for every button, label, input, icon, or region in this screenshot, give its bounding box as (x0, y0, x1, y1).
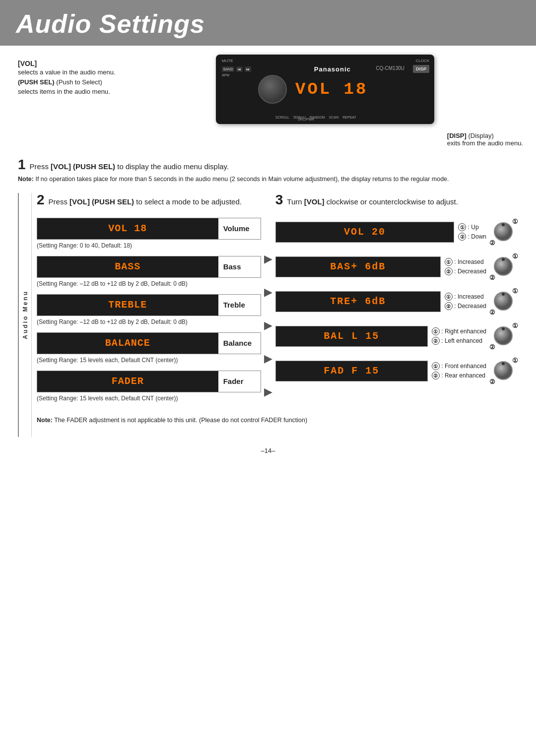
disp-desc: exits from the audio menu. (447, 139, 523, 147)
step2-text: Press [VOL] (PUSH SEL) to select a mode … (49, 196, 242, 207)
step2-bold: [VOL] (PUSH SEL) (69, 197, 134, 206)
balance-knob-diagram: ① (489, 322, 518, 351)
balance-knob-svg (493, 326, 513, 346)
result-fader-display: FAD F 15 (275, 361, 428, 381)
device-brand: Panasonic (314, 65, 351, 73)
result-bass-display: BAS+ 6dB (275, 256, 441, 277)
push-sel-desc: (Push to Select) (56, 78, 102, 86)
fader-desc: (Setting Range: 15 levels each, Default … (37, 394, 261, 403)
result-volume: VOL 20 ① : Up ② : Down ① (275, 218, 518, 247)
treble-desc: (Setting Range: –12 dB to +12 dB by 2 dB… (37, 317, 261, 326)
steps-2-3-inner: 2 Press [VOL] (PUSH SEL) to select a mod… (37, 193, 518, 437)
device-knob (258, 75, 287, 104)
result-bass-knob: ① : Increased ② : Decreased ① (445, 252, 518, 281)
svg-point-1 (502, 223, 505, 226)
arrow-5: ▶ (264, 385, 272, 398)
result-treble-knob: ① : Increased ② : Decreased ① (445, 287, 518, 316)
page-header: Audio Settings (0, 0, 536, 46)
bass-label: Bass (218, 262, 261, 271)
vol-desc1: selects a value in the audio menu. (18, 67, 132, 77)
vol-note2-text: : Down (468, 233, 486, 240)
volume-label: Volume (218, 224, 261, 233)
menu-entries: VOL 18 Volume (Setting Range: 0 to 40, D… (37, 218, 518, 409)
result-fader-notes: ① : Front enhanced ② : Rear enhanced (432, 362, 486, 380)
device-display: VOL 18 (295, 80, 368, 99)
svg-point-3 (502, 258, 505, 261)
step2-post: to select a mode to be adjusted. (134, 197, 242, 206)
step2-step3-wrapper: 2 Press [VOL] (PUSH SEL) to select a mod… (37, 193, 518, 218)
step1-bold: [VOL] (PUSH SEL) (51, 162, 115, 171)
vol-desc2: selects items in the audio menu. (18, 87, 132, 97)
arrow-dividers: ▶ ▶ ▶ ▶ ▶ (261, 218, 275, 409)
step3-post: clockwise or counterclockwise to adjust. (325, 197, 458, 206)
balance-note2: : Left enhanced (441, 337, 482, 344)
balance-display: BALANCE (37, 333, 218, 354)
volume-desc: (Setting Range: 0 to 40, Default: 18) (37, 241, 261, 250)
bass-knob-diagram: ① (489, 252, 518, 281)
result-treble: TRE+ 6dB ① : Increased ② : Decreased ① (275, 287, 518, 316)
push-sel-label: (PUSH SEL) (18, 78, 55, 86)
vol-note2-num: ② (458, 233, 466, 241)
result-vol-knob: ① : Up ② : Down ① (458, 218, 518, 247)
step1-section: 1 Press [VOL] (PUSH SEL) to display the … (18, 158, 518, 184)
step3-bold: [VOL] (304, 197, 325, 206)
balance-label: Balance (218, 339, 261, 347)
result-fader: FAD F 15 ① : Front enhanced ② : Rear enh… (275, 357, 518, 385)
steps-2-3-container: Audio Menu 2 Press [VOL] (PUSH SEL) to s… (18, 193, 518, 437)
menu-item-fader: FADER Fader (Setting Range: 15 levels ea… (37, 371, 261, 403)
left-menu-items: VOL 18 Volume (Setting Range: 0 to 40, D… (37, 218, 261, 409)
fader-label: Fader (218, 377, 261, 385)
step3-area: 3 Turn [VOL] clockwise or counterclockwi… (275, 193, 518, 218)
result-vol-display: VOL 20 (275, 222, 455, 243)
svg-point-9 (502, 362, 505, 365)
step1-number: 1 (18, 158, 26, 172)
result-bass-notes: ① : Increased ② : Decreased (445, 257, 486, 276)
fader-display: FADER (37, 371, 218, 392)
vol-annotations: [VOL] selects a value in the audio menu.… (18, 55, 132, 97)
step1-post: to display the audio menu display. (115, 162, 229, 171)
bottom-note: Note: The FADER adjustment is not applic… (37, 416, 518, 425)
result-bass: BAS+ 6dB ① : Increased ② : Decreased ① (275, 252, 518, 281)
fader-note1: : Front enhanced (441, 363, 486, 370)
arrow-1: ▶ (264, 252, 272, 265)
arrow-2: ▶ (264, 286, 272, 299)
page-title: Audio Settings (16, 9, 520, 39)
result-balance-display: BAL L 15 (275, 326, 428, 347)
step1-note: Note: If no operation takes place for mo… (18, 175, 518, 184)
audio-menu-label: Audio Menu (22, 290, 29, 339)
result-balance: BAL L 15 ① : Right enhanced ② : Left enh… (275, 322, 518, 351)
fader-knob-diagram: ① (489, 357, 518, 385)
bottom-note-text: The FADER adjustment is not applicable t… (53, 417, 307, 424)
arrow-3: ▶ (264, 319, 272, 332)
step1-note-label: Note: (18, 176, 34, 183)
menu-item-volume: VOL 18 Volume (Setting Range: 0 to 40, D… (37, 218, 261, 250)
step3-header: 3 Turn [VOL] clockwise or counterclockwi… (275, 193, 518, 207)
bottom-note-label: Note: (37, 417, 53, 424)
fader-knob-svg (493, 361, 513, 380)
menu-item-bass: BASS Bass (Setting Range: –12 dB to +12 … (37, 256, 261, 288)
result-treble-display: TRE+ 6dB (275, 291, 441, 312)
device-image: VOL 18 Panasonic CQ-CM130U MUTE BAND ⏮ ⏭… (216, 55, 434, 124)
audio-menu-sidebar: Audio Menu (18, 193, 32, 437)
bass-knob-svg (493, 256, 513, 276)
result-balance-knob: ① : Right enhanced ② : Left enhanced ① (432, 322, 518, 351)
menu-item-balance: BALANCE Balance (Setting Range: 15 level… (37, 332, 261, 365)
disp-paren: (Display) (468, 132, 493, 139)
step1-text: Press [VOL] (PUSH SEL) to display the au… (30, 161, 229, 172)
device-area: VOL 18 Panasonic CQ-CM130U MUTE BAND ⏮ ⏭… (132, 55, 518, 124)
treble-display: TREBLE (37, 295, 218, 315)
right-result-items: VOL 20 ① : Up ② : Down ① (275, 218, 518, 409)
bass-desc: (Setting Range: –12 dB to +12 dB by 2 dB… (37, 279, 261, 288)
fader-note2: : Rear enhanced (441, 372, 485, 379)
vol-knob-svg (493, 222, 513, 242)
step3-number: 3 (275, 193, 283, 207)
bass-display: BASS (37, 256, 218, 277)
divider-arrows (261, 193, 275, 218)
step2-area: 2 Press [VOL] (PUSH SEL) to select a mod… (37, 193, 261, 218)
balance-note1: : Right enhanced (441, 328, 486, 335)
vol-knob-diagram: ① (489, 218, 518, 247)
vol-section: [VOL] selects a value in the audio menu.… (18, 55, 518, 124)
treble-knob-svg (493, 291, 513, 311)
disp-label: [DISP] (447, 132, 467, 139)
result-treble-notes: ① : Increased ② : Decreased (445, 292, 486, 311)
